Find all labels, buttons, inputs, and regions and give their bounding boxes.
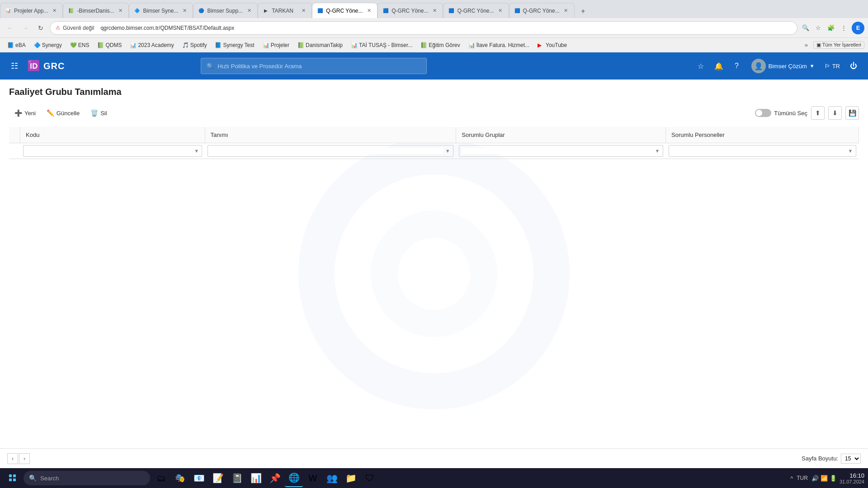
bookmark-favicon: 📊 [468,42,475,48]
filter-tanimi-input[interactable] [211,148,443,154]
extension-icon[interactable]: 🧩 [826,23,836,33]
taskbar-app-5[interactable]: 📊 [247,469,265,487]
taskbar-app-teams[interactable]: 👥 [323,469,341,487]
filter-kodu-input-wrapper: ▼ [23,145,203,157]
bookmark-item[interactable]: 📘Synergy Test [211,41,258,49]
tab-close-button[interactable]: ✕ [117,7,124,14]
taskbar-app-file-explorer[interactable]: 🗂 [152,469,170,487]
filter-tanimi-icon[interactable]: ▼ [445,148,450,154]
taskbar-app-2[interactable]: 📧 [190,469,208,487]
filter-sorumlu-gruplar-input[interactable] [462,148,653,154]
export-button-1[interactable]: ⬆ [811,106,825,120]
help-icon-button[interactable]: ? [730,59,744,73]
taskbar-app-word[interactable]: W [304,469,322,487]
export-button-2[interactable]: ⬇ [828,106,842,120]
browser-tab-t7[interactable]: 🟦 Q-GRC Yöne... ✕ [377,3,443,18]
app-header: ☷ 🆔 GRC 🔍 ☆ 🔔 ? 👤 Bimser Çözüm ▼ [0,52,868,80]
forward-button[interactable]: → [19,22,32,34]
taskbar-app-4[interactable]: 📓 [228,469,246,487]
app-content: ☷ 🆔 GRC 🔍 ☆ 🔔 ? 👤 Bimser Çözüm ▼ [0,52,868,468]
bookmark-item[interactable]: 📘eBA [4,41,29,49]
browser-tab-t4[interactable]: 🔵 Bimser Supp... ✕ [193,3,258,18]
bookmark-label: 2023 Academy [138,42,174,48]
security-label: Güvenli değil [63,25,94,31]
delete-button[interactable]: 🗑️ Sil [85,107,112,119]
app-logo[interactable]: 🆔 GRC [27,60,65,72]
browser-tab-t3[interactable]: 🔷 Bimser Syne... ✕ [129,3,193,18]
bookmark-star-icon[interactable]: ☆ [813,23,824,33]
network-icon[interactable]: 📶 [821,475,828,482]
system-clock[interactable]: 16:10 31.07.2024 [840,472,864,484]
browser-tab-t1[interactable]: 📊 Projeler App... ✕ [0,3,63,18]
select-all-toggle[interactable]: Tümünü Seç [755,109,807,117]
language-button[interactable]: 🏳 TR [822,61,843,71]
taskbar-app-chrome[interactable]: 🌐 [285,469,303,487]
bookmark-item[interactable]: 📗Eğitim Görev [417,41,463,49]
favorites-icon-button[interactable]: ☆ [693,59,708,73]
new-tab-button[interactable]: + [576,5,590,18]
bookmark-item[interactable]: 🎵Spotify [179,41,211,49]
search-input[interactable] [217,63,421,70]
browser-tab-t5[interactable]: ▶ TARKAN ✕ [258,3,312,18]
logo-text: GRC [43,61,65,71]
bookmarks-more-button[interactable]: » [802,41,811,49]
chevron-up-icon[interactable]: ^ [790,475,793,482]
save-button[interactable]: 💾 [845,106,859,120]
tab-close-button[interactable]: ✕ [300,7,307,14]
toggle-switch[interactable] [755,109,771,117]
bookmark-item[interactable]: 📊TAİ TUSAŞ - Bimser... [347,41,416,49]
browser-menu-icon[interactable]: ⋮ [838,23,849,33]
bookmarks-all-places[interactable]: ▣ Tüm Yer İşaretleri [813,41,864,49]
bookmark-item[interactable]: ▶YouTube [534,41,571,49]
taskbar-app-1[interactable]: 🎭 [171,469,189,487]
user-profile-button[interactable]: 👤 Bimser Çözüm ▼ [748,57,818,75]
bookmark-item[interactable]: 📊Projeler [259,41,293,49]
clock-date: 31.07.2024 [840,479,864,484]
taskbar-search-bar[interactable]: 🔍 Search [24,471,150,485]
new-button[interactable]: ➕ Yeni [9,107,41,119]
filter-kodu-input[interactable] [26,148,193,154]
taskbar-app-shield[interactable]: 🛡 [361,469,379,487]
taskbar-app-folder[interactable]: 📁 [342,469,360,487]
tab-close-button[interactable]: ✕ [245,7,253,14]
start-button[interactable] [4,469,22,487]
reload-button[interactable]: ↻ [34,22,47,34]
browser-tab-t6[interactable]: 🟦 Q-GRC Yöne... ✕ [312,3,377,18]
bookmark-item[interactable]: 📊İlave Fatura. Hizmet... [465,41,533,49]
filter-kodu-icon[interactable]: ▼ [194,148,199,154]
bookmark-item[interactable]: 💚ENS [66,41,93,49]
tab-close-button[interactable]: ✕ [431,7,438,14]
filter-sorumlu-personeller-icon[interactable]: ▼ [848,148,853,154]
tab-close-button[interactable]: ✕ [365,7,373,14]
zoom-icon[interactable]: 🔍 [800,23,811,33]
notifications-icon-button[interactable]: 🔔 [712,59,726,73]
speaker-icon[interactable]: 🔊 [811,475,819,482]
menu-hamburger-button[interactable]: ☷ [7,59,22,73]
bookmark-item[interactable]: 📊2023 Academy [126,41,177,49]
power-icon-button[interactable]: ⏻ [846,59,861,73]
tab-title: Bimser Syne... [143,8,178,14]
edit-button[interactable]: ✏️ Güncelle [41,107,85,119]
tab-close-button[interactable]: ✕ [562,7,570,14]
tab-close-button[interactable]: ✕ [181,7,188,14]
browser-tab-t2[interactable]: 📗 -BimserDanis... ✕ [63,3,129,18]
taskbar-app-3[interactable]: 📝 [209,469,227,487]
tab-close-button[interactable]: ✕ [497,7,504,14]
filter-sorumlu-personeller-input[interactable] [672,148,846,154]
tab-favicon: 📊 [5,8,11,14]
search-icon: 🔍 [207,63,214,70]
taskbar-app-6[interactable]: 📌 [266,469,284,487]
battery-icon[interactable]: 🔋 [830,475,837,482]
address-input-bar[interactable]: ⚠ Güvenli değil qgrcdemo.bimser.com.tr/Q… [50,21,797,35]
bookmark-item[interactable]: 📗QDMS [94,41,125,49]
filter-sorumlu-gruplar-icon[interactable]: ▼ [655,148,660,154]
bookmark-item[interactable]: 📗DanismanTakip [294,41,346,49]
browser-tab-t8[interactable]: 🟦 Q-GRC Yöne... ✕ [443,3,509,18]
bookmark-item[interactable]: 🔷Synergy [30,41,66,49]
browser-tab-t9[interactable]: 🟦 Q-GRC Yöne... ✕ [509,3,575,18]
filter-tanimi-input-wrapper: ▼ [208,145,453,157]
tab-close-button[interactable]: ✕ [51,7,58,14]
bookmark-label: Eğitim Görev [429,42,460,48]
back-button[interactable]: ← [4,22,16,34]
profile-button[interactable]: E [852,22,864,34]
